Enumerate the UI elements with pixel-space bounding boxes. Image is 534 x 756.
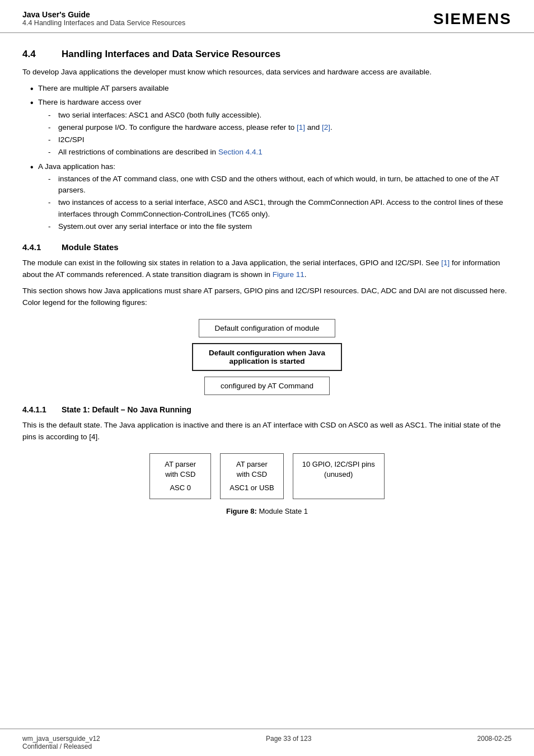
fig-box-line: ASC1 or USB	[229, 483, 274, 493]
section-44-title: Handling Interfaces and Data Service Res…	[62, 49, 280, 60]
fig-box-line: 10 GPIO, I2C/SPI pins	[302, 459, 375, 469]
sub-dash: -	[48, 110, 58, 121]
bullet-content: A Java application has: - instances of t…	[38, 161, 512, 234]
content: 4.4 Handling Interfaces and Data Service…	[0, 33, 534, 729]
list-item: • There are multiple AT parsers availabl…	[30, 83, 512, 95]
list-item: • A Java application has: - instances of…	[30, 161, 512, 234]
fig-box-line: (unused)	[302, 469, 375, 480]
module-states-text1: The module can exist in the following si…	[22, 257, 512, 281]
footer-page: Page 33 of 123	[266, 735, 311, 750]
section-441-link[interactable]: Section 4.4.1	[218, 148, 263, 156]
bullet-list: • There are multiple AT parsers availabl…	[30, 83, 512, 233]
fig-box-line: with CSD	[159, 469, 202, 480]
header-subtitle: 4.4 Handling Interfaces and Data Service…	[22, 19, 185, 27]
sub-text: All restrictions of combinations are des…	[58, 147, 263, 158]
figure-8-boxes: AT parser with CSD ASC 0 AT parser with …	[149, 453, 385, 500]
fig-box-1: AT parser with CSD ASC 0	[149, 453, 211, 500]
footer-doc-id: wm_java_usersguide_v12	[22, 735, 100, 743]
figure-8-label: Figure 8:	[226, 507, 257, 515]
list-item: - instances of the AT command class, one…	[48, 173, 512, 196]
figure-8-title: Module State 1	[259, 507, 308, 515]
sub-dash: -	[48, 173, 58, 185]
footer-confidential: Confidential / Released	[22, 743, 100, 750]
list-item: - two serial interfaces: ASC1 and ASC0 (…	[48, 110, 332, 121]
fig-box-3: 10 GPIO, I2C/SPI pins (unused)	[293, 453, 385, 500]
module-states-text2: This section shows how Java applications…	[22, 285, 512, 309]
section-441-heading: 4.4.1 Module States	[22, 242, 512, 252]
figure11-link[interactable]: Figure 11	[273, 270, 305, 279]
legend-box-2: Default configuration when Javaapplicati…	[192, 343, 342, 371]
bullet-content: There is hardware access over - two seri…	[38, 97, 332, 159]
bullet-dot: •	[30, 161, 38, 173]
sub-list: - two serial interfaces: ASC1 and ASC0 (…	[48, 110, 332, 158]
legend-label-3: configured by AT Command	[221, 382, 313, 390]
section-4411-title: State 1: Default – No Java Running	[62, 405, 191, 414]
sub-text: two instances of access to a serial inte…	[58, 197, 512, 220]
list-item: • There is hardware access over - two se…	[30, 97, 512, 159]
bullet-text: There are multiple AT parsers available	[38, 83, 169, 94]
sub-dash: -	[48, 197, 58, 208]
legend-area: Default configuration of module Default …	[22, 319, 512, 395]
ref-link-1b[interactable]: [1]	[441, 259, 449, 267]
sub-text: general purpose I/O. To configure the ha…	[58, 122, 332, 133]
sub-dash: -	[48, 122, 58, 133]
section-4411-number: 4.4.1.1	[22, 405, 62, 414]
footer-left: wm_java_usersguide_v12 Confidential / Re…	[22, 735, 100, 750]
footer-date: 2008-02-25	[477, 735, 512, 750]
section-441-number: 4.4.1	[22, 242, 62, 252]
siemens-logo: SIEMENS	[433, 10, 512, 28]
list-item: - general purpose I/O. To configure the …	[48, 122, 332, 133]
list-item: - System.out over any serial interface o…	[48, 221, 512, 232]
figure-8-caption: Figure 8: Module State 1	[226, 507, 308, 515]
fig-box-line: AT parser	[159, 459, 202, 469]
fig-box-2: AT parser with CSD ASC1 or USB	[220, 453, 283, 500]
section-44-heading: 4.4 Handling Interfaces and Data Service…	[22, 49, 512, 60]
sub-text: System.out over any serial interface or …	[58, 221, 252, 232]
sub-list: - instances of the AT command class, one…	[48, 173, 512, 232]
fig-box-line: AT parser	[229, 459, 274, 469]
list-item: - I2C/SPI	[48, 134, 332, 145]
header-left: Java User's Guide 4.4 Handling Interface…	[22, 10, 185, 27]
sub-text: two serial interfaces: ASC1 and ASC0 (bo…	[58, 110, 261, 121]
header: Java User's Guide 4.4 Handling Interface…	[0, 0, 534, 33]
bullet-text: There is hardware access over	[38, 98, 142, 106]
footer: wm_java_usersguide_v12 Confidential / Re…	[0, 729, 534, 756]
fig-box-line: ASC 0	[159, 483, 202, 493]
bullet-text: A Java application has:	[38, 162, 115, 171]
bullet-dot: •	[30, 83, 38, 95]
bullet-dot: •	[30, 97, 38, 109]
sub-text: instances of the AT command class, one w…	[58, 173, 512, 196]
sub-text: I2C/SPI	[58, 134, 85, 145]
legend-box-3: configured by AT Command	[204, 377, 330, 395]
section-44-number: 4.4	[22, 49, 62, 60]
legend-box-1: Default configuration of module	[199, 319, 336, 337]
state1-text: This is the default state. The Java appl…	[22, 420, 512, 443]
sub-dash: -	[48, 134, 58, 145]
list-item: - two instances of access to a serial in…	[48, 197, 512, 220]
sub-dash: -	[48, 221, 58, 232]
intro-text: To develop Java applications the develop…	[22, 67, 512, 78]
fig-box-line: with CSD	[229, 469, 274, 480]
sub-dash: -	[48, 147, 58, 158]
section-441-title: Module States	[62, 242, 119, 252]
list-item: - All restrictions of combinations are d…	[48, 147, 332, 158]
page: Java User's Guide 4.4 Handling Interface…	[0, 0, 534, 756]
ref-link-2[interactable]: [2]	[322, 123, 330, 132]
legend-label-1: Default configuration of module	[215, 324, 320, 332]
figure-8-area: AT parser with CSD ASC 0 AT parser with …	[22, 453, 512, 516]
header-title: Java User's Guide	[22, 10, 185, 19]
ref-link-1[interactable]: [1]	[297, 123, 305, 132]
section-4411-heading: 4.4.1.1 State 1: Default – No Java Runni…	[22, 405, 512, 414]
legend-label-2: Default configuration when Javaapplicati…	[209, 349, 325, 365]
